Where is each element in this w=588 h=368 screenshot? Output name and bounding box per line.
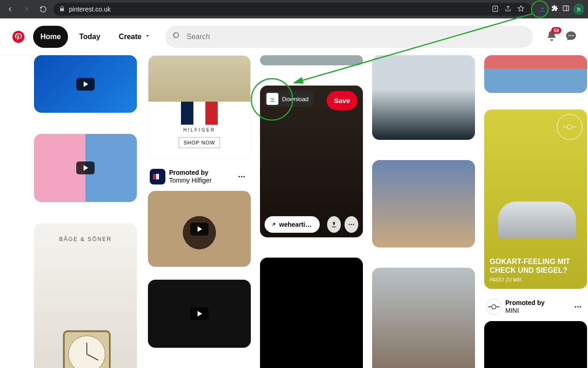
nav-create[interactable]: Create: [111, 26, 158, 48]
car-illustration: [498, 201, 576, 238]
svg-point-19: [577, 306, 579, 308]
play-icon: [190, 307, 209, 320]
play-icon: [76, 161, 95, 174]
browser-toolbar: pinterest.co.uk h: [0, 0, 588, 18]
install-app-icon[interactable]: [492, 5, 499, 14]
pin[interactable]: [148, 280, 251, 348]
svg-point-4: [571, 35, 572, 36]
svg-point-10: [238, 176, 240, 178]
notifications-button[interactable]: 59: [546, 30, 558, 44]
brand-text: HILFIGER: [183, 127, 215, 132]
play-icon: [190, 223, 209, 236]
svg-point-12: [243, 176, 245, 178]
side-panel-icon[interactable]: [562, 5, 570, 14]
svg-point-17: [492, 305, 496, 309]
svg-point-13: [349, 224, 350, 225]
source-link-text: weheartit....: [279, 221, 313, 228]
brand-avatar[interactable]: [150, 169, 165, 184]
pin-promoted[interactable]: GOKART-FEELING MIT CHECK UND SIEGEL? PAS…: [484, 109, 587, 289]
save-button[interactable]: Save: [327, 91, 357, 110]
chevron-down-icon: [144, 33, 151, 41]
mini-badge-icon: [557, 114, 582, 140]
download-button[interactable]: Download: [265, 91, 313, 107]
svg-point-3: [568, 35, 570, 36]
pin[interactable]: BÅGE & SÖNER: [34, 223, 137, 368]
svg-point-15: [353, 224, 354, 225]
pin[interactable]: [484, 55, 587, 93]
play-icon: [76, 78, 95, 91]
nav-home[interactable]: Home: [33, 26, 68, 48]
pin-hovered[interactable]: Download Save weheartit....: [260, 86, 363, 237]
pin[interactable]: [372, 55, 475, 140]
url-right-icons: [492, 5, 526, 14]
promo-attribution: Promoted byMINI: [484, 296, 587, 321]
messages-button[interactable]: [565, 30, 577, 44]
svg-point-16: [567, 125, 572, 130]
pin[interactable]: [34, 55, 137, 113]
search-input[interactable]: [187, 33, 526, 41]
search-bar[interactable]: [165, 26, 533, 48]
svg-point-20: [580, 306, 581, 308]
source-link[interactable]: weheartit....: [265, 216, 320, 233]
shop-now-button[interactable]: SHOP NOW: [179, 137, 220, 148]
share-icon[interactable]: [504, 5, 512, 14]
pinterest-logo-icon[interactable]: [7, 26, 29, 48]
tommy-flag-logo-icon: [181, 102, 218, 125]
reload-button[interactable]: [37, 3, 50, 16]
promoted-by-label: Promoted by: [169, 169, 212, 177]
external-link-icon: [271, 222, 277, 227]
share-button[interactable]: [327, 216, 341, 233]
pin[interactable]: [484, 321, 587, 368]
site-header: Home Today Create 59: [0, 18, 588, 55]
svg-point-14: [351, 224, 352, 225]
pin[interactable]: [148, 191, 251, 267]
pin[interactable]: [372, 268, 475, 368]
pin-promoted[interactable]: HILFIGER SHOP NOW: [148, 55, 251, 159]
pin[interactable]: [260, 55, 363, 65]
url-bar[interactable]: pinterest.co.uk: [53, 3, 532, 16]
downloads-extension-icon[interactable]: [537, 3, 548, 15]
nav-create-label: Create: [119, 33, 141, 41]
pin[interactable]: [260, 258, 363, 368]
extensions-icon[interactable]: [551, 5, 559, 14]
watch-illustration: [57, 324, 117, 368]
promoter-name[interactable]: Tommy Hilfiger: [169, 177, 212, 184]
pin[interactable]: [34, 134, 137, 202]
notification-badge: 59: [551, 27, 561, 34]
more-button[interactable]: [234, 169, 249, 184]
lock-icon: [59, 6, 65, 13]
bookmark-star-icon[interactable]: [517, 5, 525, 14]
pin[interactable]: [372, 160, 475, 247]
image-placeholder: [148, 56, 250, 102]
svg-point-18: [575, 306, 576, 308]
download-icon: [266, 93, 278, 105]
browser-profile-avatar[interactable]: h: [573, 4, 584, 15]
brand-text: BÅGE & SÖNER: [34, 236, 137, 242]
search-icon: [173, 32, 181, 42]
back-button[interactable]: [4, 3, 17, 16]
feed: BÅGE & SÖNER HILFIGER SHOP NOW Promoted …: [0, 55, 588, 368]
url-text: pinterest.co.uk: [69, 6, 111, 13]
nav-today[interactable]: Today: [72, 26, 107, 48]
svg-rect-1: [563, 6, 569, 11]
promoted-by-label: Promoted by: [505, 299, 545, 307]
browser-extension-icons: h: [537, 3, 584, 15]
more-button[interactable]: [571, 299, 585, 314]
more-button[interactable]: [345, 216, 358, 233]
ad-copy: GOKART-FEELING MIT CHECK UND SIEGEL? PAS…: [490, 258, 570, 282]
forward-button[interactable]: [20, 3, 33, 16]
svg-point-5: [572, 35, 574, 36]
svg-point-11: [241, 176, 243, 178]
promoter-name[interactable]: MINI: [505, 307, 545, 315]
promo-attribution: Promoted byTommy Hilfiger: [148, 166, 251, 191]
brand-avatar[interactable]: [486, 299, 502, 315]
download-label: Download: [282, 96, 309, 103]
